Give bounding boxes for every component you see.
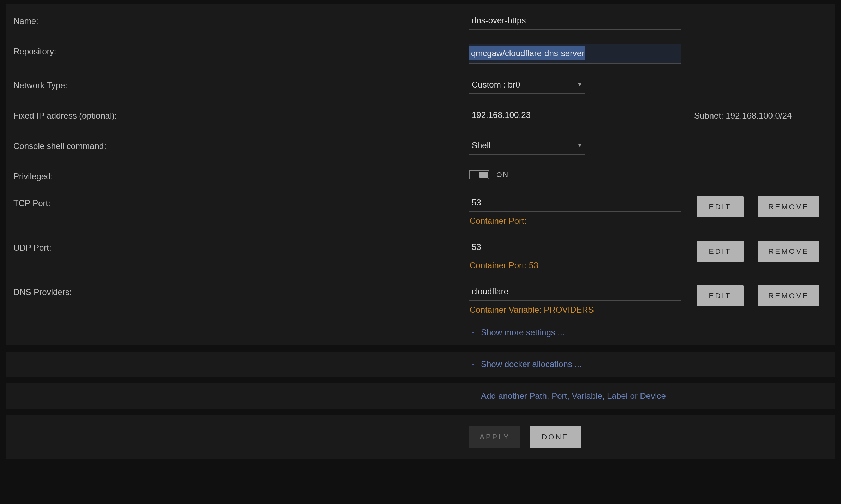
remove-button[interactable]: REMOVE <box>758 196 819 217</box>
plus-icon <box>469 392 477 400</box>
row-repository: Repository: qmcgaw/cloudflare-dns-server <box>6 37 835 71</box>
privileged-state: ON <box>496 171 509 179</box>
main-settings-panel: Name: Repository: qmcgaw/cloudflare-dns-… <box>6 4 835 345</box>
label-repository: Repository: <box>13 44 469 56</box>
console-shell-value: Shell <box>472 140 490 150</box>
label-console-shell: Console shell command: <box>13 138 469 151</box>
row-dns-providers: DNS Providers: Container Variable: PROVI… <box>6 277 835 322</box>
row-privileged: Privileged: ON <box>6 162 835 188</box>
label-privileged: Privileged: <box>13 169 469 181</box>
row-name: Name: <box>6 6 835 37</box>
edit-button[interactable]: EDIT <box>697 285 744 306</box>
udp-port-subtext: Container Port: 53 <box>469 256 681 270</box>
done-button[interactable]: DONE <box>530 426 581 448</box>
add-another-text: Add another Path, Port, Variable, Label … <box>481 391 666 401</box>
tcp-port-input[interactable] <box>469 196 681 212</box>
chevron-down-icon <box>469 329 477 336</box>
apply-button[interactable]: APPLY <box>469 426 520 448</box>
label-udp-port: UDP Port: <box>13 240 469 253</box>
show-more-settings-link[interactable]: Show more settings ... <box>6 322 835 343</box>
dns-providers-subtext: Container Variable: PROVIDERS <box>469 301 681 315</box>
repository-value-selected: qmcgaw/cloudflare-dns-server <box>469 46 585 60</box>
subnet-text: Subnet: 192.168.100.0/24 <box>681 108 828 121</box>
show-more-text: Show more settings ... <box>481 328 565 337</box>
caret-down-icon: ▼ <box>577 142 583 149</box>
label-name: Name: <box>13 13 469 26</box>
chevron-down-icon <box>469 360 477 368</box>
show-docker-text: Show docker allocations ... <box>481 359 581 369</box>
edit-button[interactable]: EDIT <box>697 241 744 262</box>
tcp-port-subtext: Container Port: <box>469 212 681 226</box>
row-network-type: Network Type: Custom : br0 ▼ <box>6 71 835 101</box>
row-tcp-port: TCP Port: Container Port: EDIT REMOVE <box>6 188 835 233</box>
console-shell-select[interactable]: Shell ▼ <box>469 138 585 155</box>
dns-providers-input[interactable] <box>469 284 681 301</box>
network-type-value: Custom : br0 <box>472 80 520 90</box>
footer-panel: APPLY DONE <box>6 415 835 459</box>
row-console-shell: Console shell command: Shell ▼ <box>6 131 835 162</box>
label-network-type: Network Type: <box>13 78 469 90</box>
name-input[interactable] <box>469 13 681 30</box>
row-udp-port: UDP Port: Container Port: 53 EDIT REMOVE <box>6 233 835 277</box>
label-tcp-port: TCP Port: <box>13 196 469 208</box>
docker-allocations-panel: Show docker allocations ... <box>6 352 835 377</box>
caret-down-icon: ▼ <box>577 82 583 88</box>
fixed-ip-input[interactable] <box>469 108 681 124</box>
network-type-select[interactable]: Custom : br0 ▼ <box>469 78 585 94</box>
row-fixed-ip: Fixed IP address (optional): Subnet: 192… <box>6 101 835 131</box>
repository-input[interactable]: qmcgaw/cloudflare-dns-server <box>469 44 681 64</box>
add-another-link[interactable]: Add another Path, Port, Variable, Label … <box>6 385 835 407</box>
label-fixed-ip: Fixed IP address (optional): <box>13 108 469 121</box>
toggle-knob-icon <box>479 172 488 178</box>
label-dns-providers: DNS Providers: <box>13 284 469 297</box>
remove-button[interactable]: REMOVE <box>758 241 819 262</box>
remove-button[interactable]: REMOVE <box>758 285 819 306</box>
udp-port-input[interactable] <box>469 240 681 256</box>
edit-button[interactable]: EDIT <box>697 196 744 217</box>
add-another-panel: Add another Path, Port, Variable, Label … <box>6 383 835 409</box>
show-docker-allocations-link[interactable]: Show docker allocations ... <box>6 354 835 375</box>
privileged-toggle[interactable] <box>469 170 489 179</box>
